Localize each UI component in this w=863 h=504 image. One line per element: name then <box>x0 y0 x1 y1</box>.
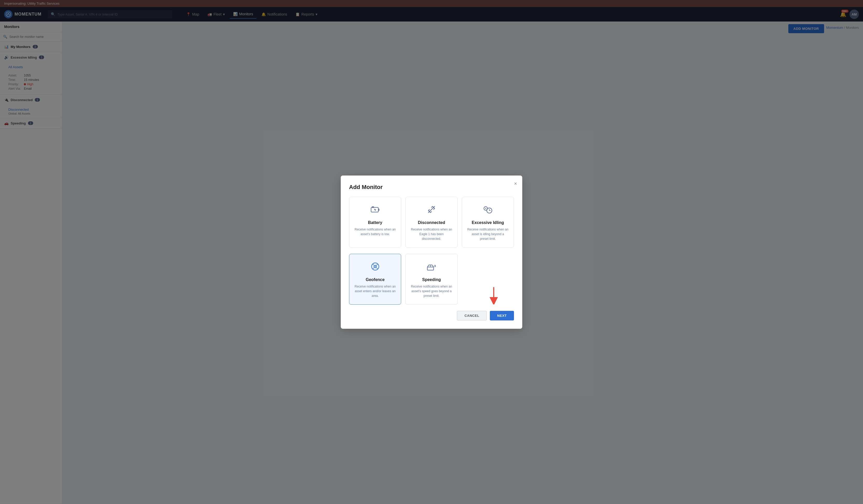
cancel-button[interactable]: CANCEL <box>457 311 487 320</box>
empty-slot <box>462 254 514 305</box>
geofence-card-title: Geofence <box>366 277 385 282</box>
idling-card-desc: Receive notifications when an asset is i… <box>467 227 509 241</box>
modal-footer: CANCEL NEXT <box>349 311 514 320</box>
geofence-icon <box>370 261 380 274</box>
speeding-card-title: Speeding <box>422 277 441 282</box>
modal-overlay: Add Monitor × Battery Receive notificati… <box>0 0 863 504</box>
next-button[interactable]: NEXT <box>490 311 514 320</box>
disconnected-card-icon <box>426 204 437 217</box>
excessive-idling-card[interactable]: Excessive Idling Receive notifications w… <box>462 197 514 248</box>
idling-icon <box>483 204 493 217</box>
svg-rect-3 <box>372 206 374 208</box>
speeding-card-desc: Receive notifications when an asset's sp… <box>411 284 452 298</box>
speeding-card[interactable]: Speeding Receive notifications when an a… <box>405 254 458 305</box>
monitor-card-grid-top: Battery Receive notifications when an as… <box>349 197 514 248</box>
add-monitor-modal: Add Monitor × Battery Receive notificati… <box>341 176 522 329</box>
modal-title: Add Monitor <box>349 184 514 191</box>
monitor-card-grid-bottom: Geofence Receive notifications when an a… <box>349 254 514 305</box>
svg-rect-9 <box>427 267 434 270</box>
disconnected-card-desc: Receive notifications when an Eagle 1 ha… <box>411 227 452 241</box>
geofence-card[interactable]: Geofence Receive notifications when an a… <box>349 254 401 305</box>
modal-close-button[interactable]: × <box>514 181 517 187</box>
disconnected-card[interactable]: Disconnected Receive notifications when … <box>405 197 458 248</box>
idling-card-title: Excessive Idling <box>472 220 504 225</box>
speeding-card-icon <box>426 261 437 274</box>
battery-card-title: Battery <box>368 220 382 225</box>
svg-point-6 <box>485 208 486 209</box>
battery-card[interactable]: Battery Receive notifications when an as… <box>349 197 401 248</box>
disconnected-card-title: Disconnected <box>418 220 445 225</box>
svg-rect-2 <box>378 209 379 211</box>
battery-icon <box>370 204 380 217</box>
battery-card-desc: Receive notifications when an asset's ba… <box>354 227 396 237</box>
geofence-card-desc: Receive notifications when an asset ente… <box>354 284 396 298</box>
